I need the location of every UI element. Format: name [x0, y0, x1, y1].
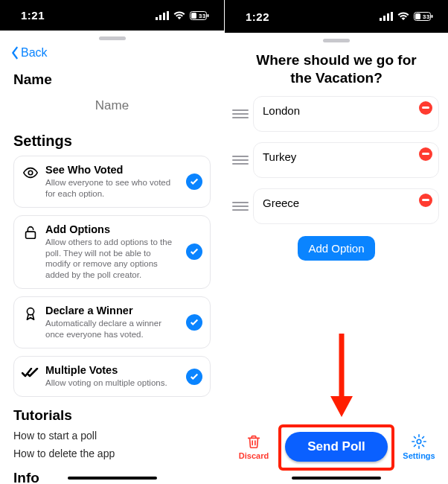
cellular-icon [380, 12, 393, 21]
eye-icon [22, 164, 39, 182]
svg-rect-3 [167, 11, 169, 20]
svg-rect-1 [159, 15, 161, 20]
ribbon-icon [22, 305, 39, 322]
svg-rect-16 [415, 13, 420, 19]
status-icons: 33 [380, 12, 433, 21]
discard-button[interactable]: Discard [232, 433, 275, 460]
remove-option-button[interactable] [419, 147, 432, 161]
setting-subtitle: Allow everyone to see who voted for each… [45, 177, 177, 200]
drag-handle-icon[interactable] [232, 156, 249, 165]
setting-card[interactable]: Declare a WinnerAutomatically declare a … [13, 296, 211, 348]
svg-rect-13 [387, 13, 389, 21]
poll-title: Where should we go for the Vacation? [225, 45, 448, 96]
checkmark-icon[interactable] [186, 369, 202, 385]
status-bar: 1:22 33 [225, 0, 448, 33]
name-input[interactable] [13, 88, 211, 121]
svg-rect-7 [208, 14, 209, 17]
right-screen: 1:22 33 Where should we go for the Vacat… [224, 0, 448, 484]
tutorial-link[interactable]: How to start a poll [13, 430, 211, 442]
option-card[interactable]: London [253, 96, 439, 132]
wifi-icon [397, 12, 409, 21]
home-indicator[interactable] [68, 477, 157, 480]
sheet-grabber[interactable] [99, 36, 126, 40]
checkmark-icon[interactable] [186, 173, 202, 190]
option-label: Greece [263, 197, 299, 209]
svg-rect-2 [163, 13, 165, 20]
status-bar: 1:21 33 [0, 0, 224, 31]
wifi-icon [173, 11, 185, 20]
cellular-icon [156, 11, 169, 20]
svg-rect-12 [383, 16, 385, 21]
battery-icon: 33 [414, 12, 433, 21]
svg-point-10 [27, 308, 33, 315]
gear-icon [411, 433, 427, 450]
status-icons: 33 [156, 11, 209, 20]
svg-point-21 [417, 439, 421, 444]
chevron-left-icon [10, 46, 19, 60]
settings-label: Settings [403, 451, 435, 460]
setting-title: See Who Voted [45, 164, 177, 176]
tutorial-link[interactable]: How to delete the app [13, 448, 211, 459]
callout-arrow [323, 328, 360, 417]
remove-option-button[interactable] [419, 194, 432, 207]
setting-subtitle: Automatically declare a winner once ever… [45, 318, 177, 340]
drag-handle-icon[interactable] [232, 109, 249, 118]
double-check-icon [22, 364, 39, 382]
remove-option-button[interactable] [419, 101, 432, 115]
setting-card[interactable]: Add OptionsAllow others to add options t… [13, 215, 211, 290]
status-time: 1:22 [246, 10, 269, 23]
option-label: Turkey [263, 150, 296, 163]
sheet-grabber[interactable] [323, 39, 350, 42]
status-time: 1:21 [21, 9, 45, 22]
svg-text:33: 33 [423, 13, 430, 20]
option-row: Greece [225, 188, 448, 224]
drag-handle-icon[interactable] [232, 202, 249, 211]
setting-card[interactable]: Multiple VotesAllow voting on multiple o… [13, 356, 211, 397]
svg-rect-18 [432, 15, 433, 18]
add-option-button[interactable]: Add Option [298, 236, 374, 261]
option-card[interactable]: Turkey [253, 142, 439, 178]
battery-icon: 33 [190, 11, 209, 20]
setting-card[interactable]: See Who VotedAllow everyone to see who v… [13, 156, 211, 208]
svg-marker-20 [330, 396, 353, 417]
svg-rect-5 [191, 13, 196, 19]
name-heading: Name [13, 71, 211, 88]
discard-label: Discard [239, 451, 269, 460]
svg-point-8 [28, 171, 33, 175]
trash-icon [246, 433, 262, 450]
unlock-icon [22, 223, 39, 241]
setting-subtitle: Allow voting on multiple options. [45, 378, 177, 389]
left-screen: 1:21 33 Back Name Settings See Who Voted… [0, 0, 224, 484]
option-card[interactable]: Greece [253, 188, 439, 224]
setting-subtitle: Allow others to add options to the poll.… [45, 237, 177, 281]
home-indicator[interactable] [292, 477, 381, 480]
svg-rect-14 [391, 12, 393, 21]
send-poll-button[interactable]: Send Poll [285, 432, 387, 462]
svg-rect-9 [26, 232, 36, 238]
checkmark-icon[interactable] [186, 314, 202, 331]
settings-button[interactable]: Settings [397, 433, 441, 460]
option-row: London [225, 96, 448, 132]
back-button[interactable]: Back [10, 46, 48, 60]
tutorials-heading: Tutorials [13, 407, 211, 424]
bottom-bar: Discard Send Poll Settings [225, 424, 448, 484]
setting-title: Declare a Winner [45, 305, 177, 316]
back-label: Back [21, 46, 48, 60]
option-label: London [263, 104, 300, 117]
svg-text:33: 33 [199, 13, 206, 19]
checkmark-icon[interactable] [186, 243, 202, 260]
option-row: Turkey [225, 142, 448, 178]
svg-rect-11 [380, 18, 382, 21]
settings-heading: Settings [13, 133, 211, 150]
svg-rect-0 [156, 17, 158, 20]
setting-title: Multiple Votes [45, 364, 177, 376]
setting-title: Add Options [45, 223, 177, 235]
